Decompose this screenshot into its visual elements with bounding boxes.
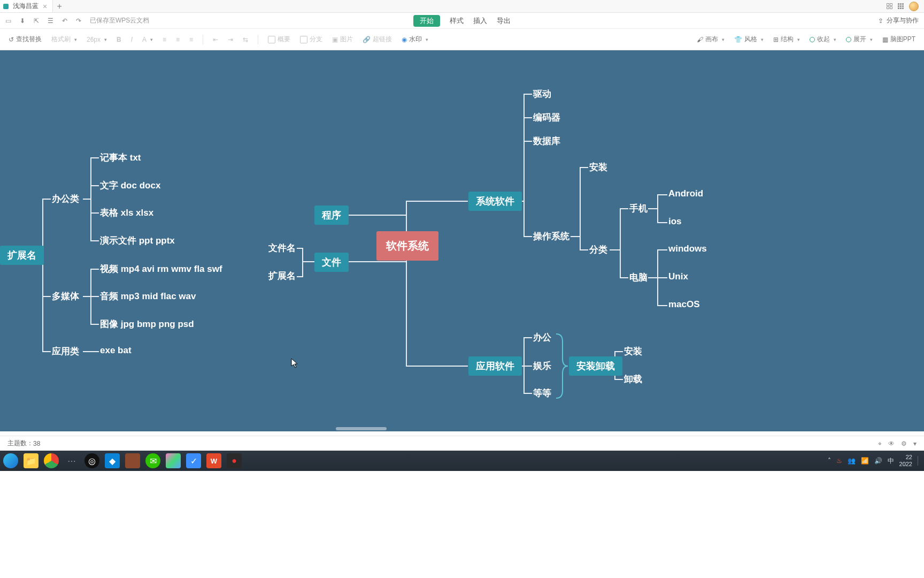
app-generic1[interactable]: ⋯ bbox=[64, 453, 79, 468]
theme-style-button[interactable]: 👕 风格 bbox=[734, 35, 764, 44]
menu-export[interactable]: 导出 bbox=[497, 16, 511, 26]
indent-left-icon[interactable]: ⇤ bbox=[213, 36, 218, 43]
tray-notifications-icon[interactable] bbox=[918, 456, 921, 466]
node-file[interactable]: 文件 bbox=[314, 253, 349, 272]
app-edge[interactable] bbox=[3, 453, 18, 468]
settings-icon[interactable]: ⚙ bbox=[901, 440, 907, 447]
structure-button[interactable]: ⊞ 结构 bbox=[773, 35, 800, 44]
node-app-0[interactable]: 办公 bbox=[533, 331, 551, 344]
undo-icon[interactable]: ↶ bbox=[62, 17, 67, 25]
export-icon[interactable]: ⇱ bbox=[34, 17, 39, 25]
subtopic-button[interactable]: 分支 bbox=[300, 35, 322, 44]
node-media-0[interactable]: 视频 mp4 avi rm wmv fla swf bbox=[100, 263, 222, 275]
chevron-down-icon[interactable]: ▾ bbox=[913, 440, 917, 447]
avatar[interactable] bbox=[909, 2, 919, 11]
app-record[interactable]: ● bbox=[227, 453, 242, 468]
node-root[interactable]: 软件系统 bbox=[376, 231, 438, 261]
node-appgroup[interactable]: 应用类 bbox=[52, 345, 79, 358]
node-media-group[interactable]: 多媒体 bbox=[52, 290, 79, 302]
node-office-0[interactable]: 记事本 txt bbox=[100, 151, 141, 164]
tray-network-icon[interactable]: 📶 bbox=[861, 457, 869, 465]
node-app-soft[interactable]: 应用软件 bbox=[468, 356, 522, 376]
node-iu-0[interactable]: 安装 bbox=[624, 345, 642, 358]
node-pc-2[interactable]: macOS bbox=[668, 299, 700, 310]
node-office-group[interactable]: 办公类 bbox=[52, 193, 79, 205]
node-file-ext[interactable]: 扩展名 bbox=[268, 270, 296, 282]
italic-button[interactable]: I bbox=[131, 36, 133, 43]
node-pc[interactable]: 电脑 bbox=[629, 271, 648, 284]
tray-chevron-up-icon[interactable]: ˄ bbox=[828, 457, 831, 465]
node-os-install[interactable]: 安装 bbox=[589, 161, 607, 173]
app-vscode[interactable]: ◆ bbox=[105, 453, 120, 468]
node-sys-3[interactable]: 操作系统 bbox=[533, 230, 569, 242]
node-mobile-1[interactable]: ios bbox=[668, 216, 682, 227]
app-generic2[interactable] bbox=[125, 453, 140, 468]
node-iu-1[interactable]: 卸载 bbox=[624, 373, 642, 385]
mindmap-canvas[interactable]: 软件系统 程序 文件 文件名 扩展名 扩展名 办公类 记事本 txt 文字 do… bbox=[0, 50, 924, 431]
node-office-3[interactable]: 演示文件 ppt pptx bbox=[100, 234, 175, 247]
menu-start[interactable]: 开始 bbox=[413, 15, 440, 27]
node-media-1[interactable]: 音频 mp3 mid flac wav bbox=[100, 290, 196, 302]
tray-people-icon[interactable]: 👥 bbox=[848, 457, 856, 465]
node-ext-box[interactable]: 扩展名 bbox=[0, 246, 44, 265]
app-wps[interactable]: W bbox=[206, 453, 221, 468]
menu-style[interactable]: 样式 bbox=[450, 16, 464, 26]
picture-button[interactable]: ▣ 图片 bbox=[332, 35, 353, 44]
node-office-1[interactable]: 文字 doc docx bbox=[100, 179, 160, 192]
node-appgroup-0[interactable]: exe bat bbox=[100, 345, 132, 356]
bold-button[interactable]: B bbox=[117, 36, 121, 43]
app-generic3[interactable] bbox=[166, 453, 181, 468]
tab-close-icon[interactable]: × bbox=[43, 3, 47, 10]
watermark-button[interactable]: ◉ 水印 bbox=[402, 35, 428, 44]
align-center-icon[interactable]: ≡ bbox=[176, 36, 180, 43]
link-button[interactable]: 🔗 超链接 bbox=[363, 35, 392, 44]
save-icon[interactable]: ▭ bbox=[5, 17, 11, 25]
tray-ime[interactable]: 中 bbox=[888, 457, 894, 466]
indent-right-icon[interactable]: ⇥ bbox=[228, 36, 233, 43]
outdent-icon[interactable]: ⇆ bbox=[243, 36, 248, 43]
node-sys-soft[interactable]: 系统软件 bbox=[468, 192, 522, 211]
share-button[interactable]: 分享与协作 bbox=[887, 16, 919, 25]
scrollbar-thumb[interactable] bbox=[336, 427, 387, 430]
node-program[interactable]: 程序 bbox=[314, 206, 349, 225]
format-brush-button[interactable]: 格式刷 bbox=[51, 35, 77, 44]
filter-icon[interactable]: ☰ bbox=[48, 17, 53, 25]
node-pc-1[interactable]: Unix bbox=[668, 271, 688, 282]
canvas-style-button[interactable]: 🖌 画布 bbox=[697, 35, 725, 44]
font-size-select[interactable]: 26px bbox=[87, 36, 107, 43]
apps-grid-icon[interactable] bbox=[898, 3, 904, 9]
node-mobile-0[interactable]: Android bbox=[668, 188, 703, 199]
node-media-2[interactable]: 图像 jpg bmp png psd bbox=[100, 318, 194, 330]
collapse-button[interactable]: 收起 bbox=[810, 35, 836, 44]
font-color-button[interactable]: A bbox=[142, 36, 153, 43]
tray-clock[interactable]: 22 2022 bbox=[899, 454, 912, 467]
tray-security-icon[interactable]: ♨ bbox=[836, 457, 842, 465]
locate-icon[interactable]: ⌖ bbox=[878, 440, 882, 447]
tray-volume-icon[interactable]: 🔊 bbox=[874, 457, 882, 465]
app-chrome[interactable] bbox=[44, 453, 59, 468]
menu-insert[interactable]: 插入 bbox=[473, 16, 487, 26]
node-sys-0[interactable]: 驱动 bbox=[533, 88, 551, 100]
align-right-icon[interactable]: ≡ bbox=[189, 36, 193, 43]
expand-button[interactable]: 展开 bbox=[846, 35, 873, 44]
node-mobile[interactable]: 手机 bbox=[629, 202, 648, 215]
node-app-2[interactable]: 等等 bbox=[533, 387, 551, 399]
node-pc-0[interactable]: windows bbox=[668, 244, 707, 254]
node-sys-2[interactable]: 数据库 bbox=[533, 135, 560, 147]
app-wechat[interactable]: ✉ bbox=[145, 453, 160, 468]
node-app-1[interactable]: 娱乐 bbox=[533, 360, 551, 372]
download-icon[interactable]: ⬇ bbox=[20, 17, 25, 25]
align-left-icon[interactable]: ≡ bbox=[163, 36, 166, 43]
node-install-uninstall[interactable]: 安装卸载 bbox=[569, 356, 622, 376]
redo-icon[interactable]: ↷ bbox=[76, 17, 81, 25]
find-replace-button[interactable]: ↺ 查找替换 bbox=[9, 35, 42, 44]
tab-add-button[interactable]: + bbox=[53, 2, 66, 11]
document-tab[interactable]: 浅海昌蓝 × bbox=[0, 0, 53, 12]
summary-button[interactable]: 概要 bbox=[268, 35, 290, 44]
node-office-2[interactable]: 表格 xls xlsx bbox=[100, 207, 153, 219]
app-obs[interactable]: ◎ bbox=[84, 453, 99, 468]
app-explorer[interactable]: 📁 bbox=[24, 453, 38, 468]
app-todo[interactable]: ✓ bbox=[186, 453, 201, 468]
node-filename[interactable]: 文件名 bbox=[268, 242, 296, 254]
mind-ppt-button[interactable]: ▦ 脑图PPT bbox=[882, 35, 915, 44]
